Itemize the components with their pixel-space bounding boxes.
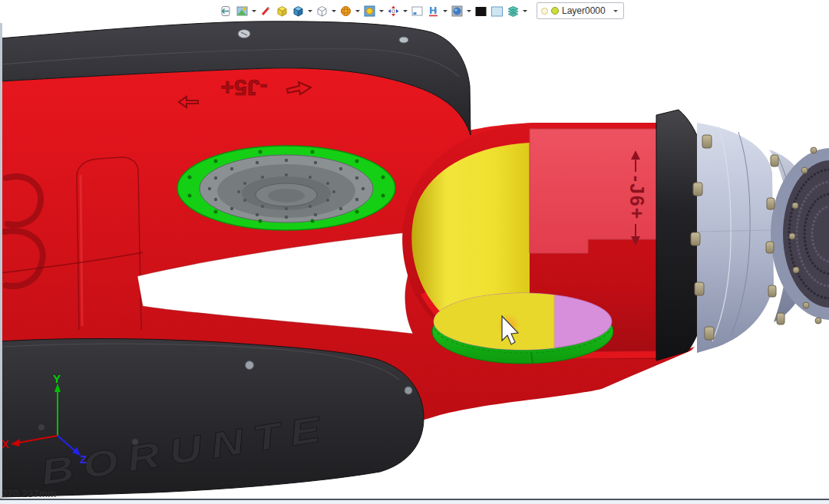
section-icon[interactable] [427, 5, 440, 18]
layer-selector[interactable]: Layer0000 [537, 2, 624, 19]
statusbar-strip [0, 500, 829, 504]
dropdown-caret[interactable] [443, 10, 448, 15]
j6-text: -J6+ [626, 176, 648, 221]
texture-icon[interactable] [363, 5, 376, 18]
dropdown-caret[interactable] [332, 10, 336, 15]
color-black-swatch[interactable] [474, 5, 487, 18]
dropdown-caret[interactable] [403, 10, 408, 15]
material-sphere-icon[interactable] [451, 5, 464, 18]
shaded-box-icon[interactable] [292, 5, 305, 18]
axis-z-label: Z [80, 453, 87, 466]
j5-text: -J5+ [221, 75, 268, 100]
exit-sketch-icon[interactable] [220, 5, 233, 18]
cad-viewport[interactable]: -J5+ -J6+ [0, 0, 829, 504]
color-blue-swatch[interactable] [490, 5, 504, 18]
dropdown-caret[interactable] [523, 10, 527, 15]
layer-selector-value: Layer0000 [562, 5, 606, 16]
viewport-left-border [0, 23, 2, 500]
wireframe-box-icon[interactable] [315, 5, 329, 18]
dropdown-caret[interactable] [308, 10, 312, 15]
lower-black-cover[interactable]: BORUNTE [0, 338, 424, 497]
dropdown-caret[interactable] [252, 10, 256, 15]
viewport-icon[interactable] [411, 5, 424, 18]
axis-x-label: X [2, 438, 9, 450]
dropdown-caret[interactable] [467, 10, 471, 15]
j5-bearing[interactable] [177, 146, 395, 230]
layer-state-icon [541, 8, 548, 15]
dropdown-caret[interactable] [355, 10, 360, 15]
status-distance-readout: 270.237mm [2, 488, 56, 499]
chevron-down-icon[interactable] [613, 10, 618, 15]
layer-color-icon [551, 7, 559, 15]
j6-selected-face[interactable]: -J6+ [530, 129, 658, 253]
solid-box-icon[interactable] [276, 5, 289, 18]
dropdown-caret[interactable] [379, 10, 384, 15]
tool-flange[interactable] [691, 123, 829, 353]
view-style-icon[interactable] [236, 5, 249, 18]
statusbar-divider [0, 499, 829, 500]
axis-y-label: Y [53, 372, 61, 385]
sphere-icon[interactable] [339, 5, 352, 18]
layers-icon[interactable] [507, 5, 520, 18]
j6-bottom-disc[interactable] [432, 293, 613, 364]
cad-toolbar: Layer0000 [220, 2, 624, 20]
erase-icon[interactable] [259, 5, 272, 18]
orient-icon[interactable] [387, 5, 400, 18]
